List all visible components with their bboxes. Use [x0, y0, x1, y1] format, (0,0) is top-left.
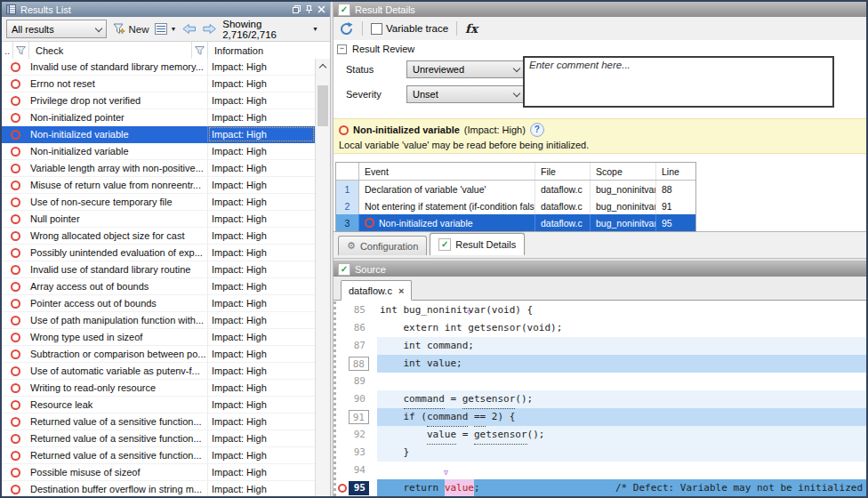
- line-number[interactable]: 91: [349, 410, 369, 424]
- showing-count-dropdown[interactable]: Showing 2,716/2,716 ▼: [222, 19, 326, 40]
- pin-panel-icon[interactable]: [305, 5, 313, 13]
- showing-count-label: Showing 2,716/2,716: [222, 19, 309, 40]
- results-scrollbar[interactable]: [315, 59, 330, 496]
- collapse-section-icon[interactable]: −: [337, 44, 347, 54]
- tab-configuration[interactable]: ⚙ Configuration: [338, 236, 427, 255]
- information-cell: Impact: High: [208, 160, 315, 176]
- results-row[interactable]: Privilege drop not verifiedImpact: High: [2, 92, 315, 109]
- variable-trace-checkbox[interactable]: Variable trace: [371, 23, 448, 35]
- help-icon[interactable]: ?: [530, 123, 544, 137]
- defect-icon: [11, 248, 20, 258]
- line-number[interactable]: 89: [349, 374, 369, 389]
- results-row[interactable]: Non-initialized variableImpact: High: [2, 143, 315, 160]
- code-margin: [369, 444, 377, 462]
- comment-input[interactable]: Enter comment here...: [523, 56, 834, 108]
- line-number[interactable]: 93: [349, 446, 369, 460]
- layout-options-button[interactable]: ▼: [155, 23, 176, 35]
- filter-funnel-icon[interactable]: [192, 42, 208, 60]
- results-row[interactable]: Wrong allocated object size for castImpa…: [2, 228, 315, 245]
- results-row[interactable]: Possible misuse of sizeofImpact: High: [2, 464, 315, 481]
- previous-result-button[interactable]: [182, 23, 196, 35]
- refresh-icon[interactable]: [340, 22, 354, 36]
- code-gutter: [336, 484, 349, 493]
- code-line[interactable]: 87 int command;: [336, 337, 866, 355]
- code-token: =: [445, 390, 462, 408]
- tab-result-details[interactable]: ✓ Result Details: [430, 233, 525, 255]
- results-row[interactable]: Subtraction or comparison between po...I…: [2, 346, 315, 363]
- panel-title: Source: [355, 264, 386, 275]
- close-tab-icon[interactable]: ×: [398, 285, 404, 296]
- close-panel-icon[interactable]: [317, 5, 326, 13]
- event-column-header[interactable]: Event: [359, 163, 535, 180]
- results-row[interactable]: Pointer access out of boundsImpact: High: [2, 295, 315, 312]
- code-line[interactable]: 90 command = getsensor();: [336, 390, 866, 408]
- results-row[interactable]: Use of automatic variable as putenv-f...…: [2, 363, 315, 380]
- line-number[interactable]: 92: [349, 428, 369, 442]
- results-row[interactable]: Returned value of a sensitive function..…: [2, 414, 315, 430]
- results-row[interactable]: Errno not resetImpact: High: [2, 76, 315, 92]
- line-number[interactable]: 95: [349, 481, 369, 495]
- information-column-header[interactable]: Information: [208, 42, 330, 60]
- filter-funnel-icon[interactable]: [13, 42, 29, 60]
- line-number[interactable]: 87: [349, 339, 369, 353]
- event-row[interactable]: 3Non-initialized variabledataflow.cbug_n…: [336, 214, 695, 231]
- code-line[interactable]: 88 int value;: [336, 355, 866, 373]
- line-number[interactable]: 94: [349, 463, 369, 478]
- severity-value: Unset: [413, 89, 438, 100]
- check-cell: Wrong type used in sizeof: [29, 329, 208, 345]
- code-line[interactable]: 92 value = getsensor();: [336, 426, 866, 444]
- fx-button[interactable]: fx: [465, 21, 478, 36]
- results-row[interactable]: Non-initialized variableImpact: High: [2, 126, 315, 143]
- results-row[interactable]: Invalid use of standard library memory..…: [2, 59, 315, 76]
- type-column-header[interactable]: ..: [2, 42, 13, 60]
- code-line[interactable]: 86 extern int getsensor▽(void);: [336, 319, 866, 337]
- code-token: =: [456, 426, 474, 444]
- results-row[interactable]: Array access out of boundsImpact: High: [2, 278, 315, 295]
- code-line[interactable]: 85int bug_noninitvar▼(void) {: [336, 301, 866, 319]
- results-row[interactable]: Null pointerImpact: High: [2, 211, 315, 228]
- file-column-header[interactable]: File: [535, 163, 591, 180]
- scrollbar-thumb[interactable]: [317, 85, 328, 126]
- next-result-button[interactable]: [203, 23, 216, 35]
- float-window-icon[interactable]: [293, 5, 301, 13]
- results-row[interactable]: Returned value of a sensitive function..…: [2, 447, 315, 464]
- code-line[interactable]: 95 return value▽; /* Defect: Variable ma…: [336, 479, 866, 496]
- results-row[interactable]: Use of non-secure temporary fileImpact: …: [2, 194, 315, 211]
- event-row[interactable]: 2Not entering if statement (if-condition…: [336, 197, 695, 214]
- results-filter-dropdown[interactable]: All results: [6, 20, 107, 38]
- tab-dataflow-c[interactable]: dataflow.c ×: [341, 280, 412, 301]
- line-column-header[interactable]: Line: [656, 163, 695, 180]
- results-row[interactable]: Resource leakImpact: High: [2, 397, 315, 414]
- results-row[interactable]: Variable length array with non-positive.…: [2, 160, 315, 177]
- scope-column-header[interactable]: Scope: [591, 163, 656, 180]
- event-row[interactable]: 1Declaration of variable 'value'dataflow…: [336, 181, 695, 197]
- results-row[interactable]: Wrong type used in sizeofImpact: High: [2, 329, 315, 346]
- scroll-up-arrow[interactable]: [316, 59, 330, 74]
- results-row[interactable]: Misuse of return value from nonreentr...…: [2, 177, 315, 194]
- check-cell: Resource leak: [29, 397, 208, 413]
- code-token: command: [427, 408, 468, 427]
- results-row[interactable]: Use of path manipulation function with..…: [2, 312, 315, 329]
- code-line[interactable]: 94: [336, 462, 866, 479]
- information-cell: Impact: High: [208, 346, 315, 362]
- line-number[interactable]: 86: [349, 321, 369, 335]
- code-text: int bug_noninitvar▼(void) {: [377, 301, 866, 319]
- results-row[interactable]: Destination buffer overflow in string m.…: [2, 481, 315, 496]
- code-token: bug_noninitvar▼: [404, 301, 486, 319]
- results-row[interactable]: Possibly unintended evaluation of exp...…: [2, 245, 315, 261]
- results-row[interactable]: Invalid use of standard library routineI…: [2, 261, 315, 278]
- line-number[interactable]: 85: [349, 303, 369, 317]
- severity-dropdown[interactable]: Unset: [406, 85, 526, 103]
- line-number[interactable]: 90: [349, 392, 369, 406]
- new-filter-button[interactable]: New: [113, 23, 149, 35]
- status-dropdown[interactable]: Unreviewed: [406, 60, 526, 78]
- code-line[interactable]: 93 }: [336, 444, 866, 462]
- line-number[interactable]: 88: [349, 357, 369, 371]
- code-line[interactable]: 89: [336, 373, 866, 390]
- code-line[interactable]: 91 if (command == 2) {: [336, 408, 866, 426]
- results-row[interactable]: Returned value of a sensitive function..…: [2, 430, 315, 447]
- check-column-header[interactable]: Check: [29, 42, 192, 60]
- results-row[interactable]: Non-initialized pointerImpact: High: [2, 109, 315, 126]
- severity-label: Severity: [346, 89, 382, 100]
- results-row[interactable]: Writing to read-only resourceImpact: Hig…: [2, 380, 315, 397]
